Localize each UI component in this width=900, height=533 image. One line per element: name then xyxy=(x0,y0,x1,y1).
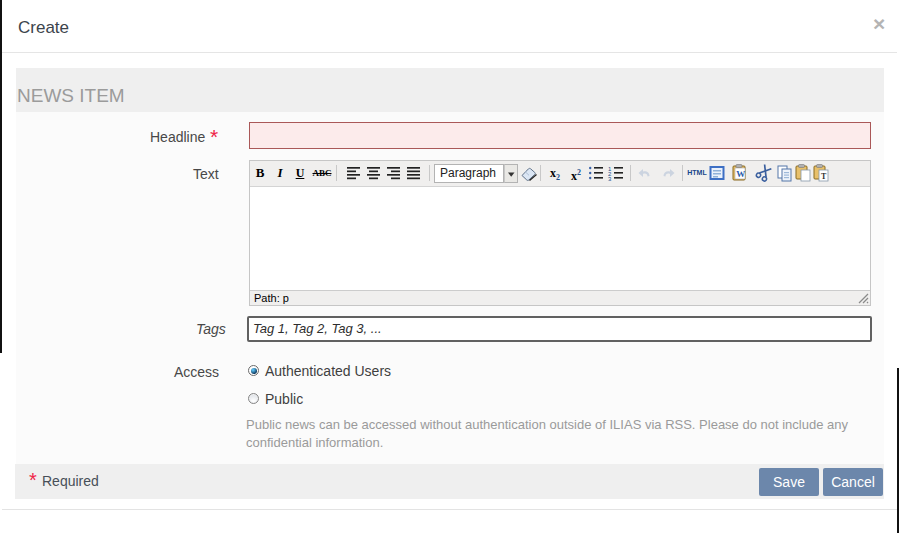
svg-text:T: T xyxy=(821,172,827,181)
svg-text:W: W xyxy=(736,169,745,179)
svg-text:3: 3 xyxy=(608,176,612,182)
